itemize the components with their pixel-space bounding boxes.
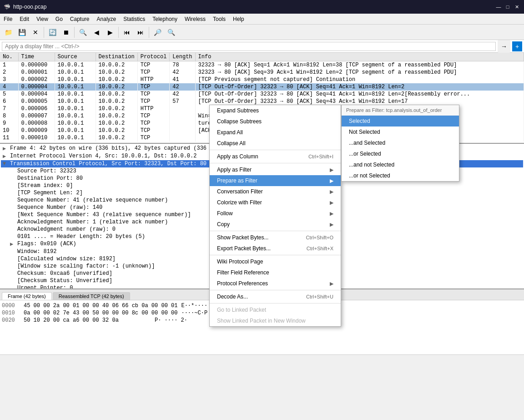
expand-icon: ▼	[3, 161, 10, 167]
context-menu-item-copy[interactable]: Copy▶	[210, 219, 341, 230]
context-menu-item-collapse-all[interactable]: Collapse All	[210, 138, 341, 149]
close-button[interactable]: ✕	[513, 3, 520, 10]
menu-item-capture[interactable]: Capture	[66, 15, 93, 23]
packet-row-4[interactable]: 40.00000410.0.0.110.0.0.2TCP42[TCP Out-O…	[0, 83, 524, 91]
menu-item-tools[interactable]: Tools	[209, 15, 229, 23]
toolbar: 📁 💾 ✕ 🔄 ⏹ 🔍 ◀ ▶ ⏮ ⏭ 🔎 🔍	[0, 25, 524, 40]
col-destination[interactable]: Destination	[96, 53, 137, 61]
menu-separator	[210, 150, 341, 150]
toolbar-search[interactable]: 🔍	[76, 26, 89, 39]
menu-separator	[210, 303, 341, 304]
packet-row-6[interactable]: 60.00000510.0.0.110.0.0.2TCP57[TCP Out-O…	[0, 98, 524, 105]
context-menu-item-colorize-with-filter[interactable]: Colorize with Filter▶	[210, 197, 341, 208]
toolbar-close[interactable]: ✕	[29, 26, 42, 39]
toolbar-sep4	[149, 27, 149, 38]
context-menu-item-export-packet-bytes[interactable]: Export Packet Bytes...Ctrl+Shift+X	[210, 243, 341, 254]
submenu-item-and-selected[interactable]: ...and Selected	[342, 137, 459, 148]
col-source[interactable]: Source	[55, 53, 96, 61]
filter-apply-button[interactable]: →	[498, 40, 510, 53]
submenu-item-not-selected[interactable]: Not Selected	[342, 127, 459, 137]
context-menu-item-filter-field-reference[interactable]: Filter Field Reference	[210, 267, 341, 278]
context-menu: Expand SubtreesCollapse SubtreesExpand A…	[209, 105, 341, 327]
toolbar-sep3	[118, 27, 119, 38]
menu-item-edit[interactable]: Edit	[16, 15, 33, 23]
context-menu-item-conversation-filter[interactable]: Conversation Filter▶	[210, 186, 341, 197]
toolbar-next[interactable]: ▶	[104, 26, 116, 39]
toolbar-zoom-out[interactable]: 🔍	[165, 26, 177, 39]
prepare-filter-submenu: Prepare as Filter: tcp.analysis.out_of_o…	[341, 105, 459, 182]
menu-separator	[210, 255, 341, 255]
menu-item-go[interactable]: Go	[52, 15, 66, 23]
context-menu-item-decode-as[interactable]: Decode As...Ctrl+Shift+U	[210, 291, 341, 302]
expand-icon: ▶	[3, 153, 10, 160]
submenu-item-or-selected[interactable]: ...or Selected	[342, 148, 459, 159]
context-menu-item-go-to-linked-packet: Go to Linked Packet	[210, 304, 341, 315]
submenu-header: Prepare as Filter: tcp.analysis.out_of_o…	[342, 105, 459, 116]
context-menu-item-show-packet-bytes[interactable]: Show Packet Bytes...Ctrl+Shift+O	[210, 232, 341, 243]
minimize-button[interactable]: —	[495, 3, 502, 10]
context-menu-item-apply-as-column[interactable]: Apply as ColumnCtrl+Shift+I	[210, 151, 341, 162]
context-menu-item-show-linked-packet-in-new-window: Show Linked Packet in New Window	[210, 315, 341, 326]
context-menu-item-collapse-subtrees[interactable]: Collapse Subtrees	[210, 116, 341, 127]
submenu-item-or-not-selected[interactable]: ...or not Selected	[342, 170, 459, 181]
context-menu-item-follow[interactable]: Follow▶	[210, 208, 341, 219]
toolbar-zoom-in[interactable]: 🔎	[151, 26, 164, 39]
app-icon: 🦈	[4, 4, 10, 10]
menu-item-analyze[interactable]: Analyze	[93, 15, 120, 23]
expand-icon: ▶	[10, 241, 17, 248]
menu-separator	[210, 290, 341, 290]
packet-row-3[interactable]: 30.00000210.0.0.110.0.0.2HTTP41[TCP Prev…	[0, 76, 524, 83]
toolbar-reload[interactable]: 🔄	[46, 26, 59, 39]
context-menu-item-prepare-as-filter[interactable]: Prepare as Filter▶	[210, 175, 341, 186]
maximize-button[interactable]: □	[504, 3, 511, 10]
expand-icon: ▶	[3, 145, 10, 152]
toolbar-save[interactable]: 💾	[15, 26, 28, 39]
context-menu-item-protocol-preferences[interactable]: Protocol Preferences▶	[210, 278, 341, 289]
menu-item-statistics[interactable]: Statistics	[120, 15, 149, 23]
submenu-item-selected[interactable]: Selected	[342, 116, 459, 127]
filter-bar: → +	[0, 40, 524, 53]
title-bar: 🦈 http-ooo.pcap — □ ✕	[0, 0, 524, 14]
col-length[interactable]: Length	[170, 53, 195, 61]
packet-row-1[interactable]: 10.00000010.0.0.110.0.0.2TCP7832323 → 80…	[0, 61, 524, 69]
menu-item-file[interactable]: File	[0, 15, 16, 23]
col-no[interactable]: No.	[0, 53, 18, 61]
filter-add-button[interactable]: +	[512, 41, 522, 51]
toolbar-sep2	[74, 27, 75, 38]
toolbar-stop[interactable]: ⏹	[60, 26, 72, 39]
submenu-item-and-not-selected[interactable]: ...and not Selected	[342, 159, 459, 170]
menu-item-view[interactable]: View	[33, 15, 52, 23]
bottom-tab[interactable]: Frame (42 bytes)	[2, 292, 52, 300]
menu-item-help[interactable]: Help	[229, 15, 248, 23]
col-info[interactable]: Info	[195, 53, 524, 61]
menu-item-wireless[interactable]: Wireless	[181, 15, 209, 23]
context-menu-item-apply-as-filter[interactable]: Apply as Filter▶	[210, 164, 341, 175]
packet-row-2[interactable]: 20.00000110.0.0.110.0.0.2TCP4232323 → 80…	[0, 69, 524, 76]
toolbar-prev[interactable]: ◀	[90, 26, 103, 39]
context-menu-item-expand-subtrees[interactable]: Expand Subtrees	[210, 105, 341, 116]
col-protocol[interactable]: Protocol	[137, 53, 170, 61]
packet-row-5[interactable]: 50.00000410.0.0.110.0.0.2TCP42[TCP Out-O…	[0, 91, 524, 98]
toolbar-sep1	[44, 27, 44, 38]
menu-bar: FileEditViewGoCaptureAnalyzeStatisticsTe…	[0, 14, 524, 25]
bottom-tab[interactable]: Reassembled TCP (42 bytes)	[53, 292, 130, 300]
menu-separator	[210, 231, 341, 231]
context-menu-item-wiki-protocol-page[interactable]: Wiki Protocol Page	[210, 256, 341, 267]
filter-input[interactable]	[2, 42, 496, 51]
toolbar-first[interactable]: ⏮	[121, 26, 133, 39]
col-time[interactable]: Time	[18, 53, 55, 61]
context-menu-item-expand-all[interactable]: Expand All	[210, 127, 341, 138]
window-title: http-ooo.pcap	[13, 4, 46, 10]
menu-separator	[210, 163, 341, 163]
menu-item-telephony[interactable]: Telephony	[149, 15, 181, 23]
toolbar-open[interactable]: 📁	[2, 26, 15, 39]
toolbar-last[interactable]: ⏭	[134, 26, 147, 39]
